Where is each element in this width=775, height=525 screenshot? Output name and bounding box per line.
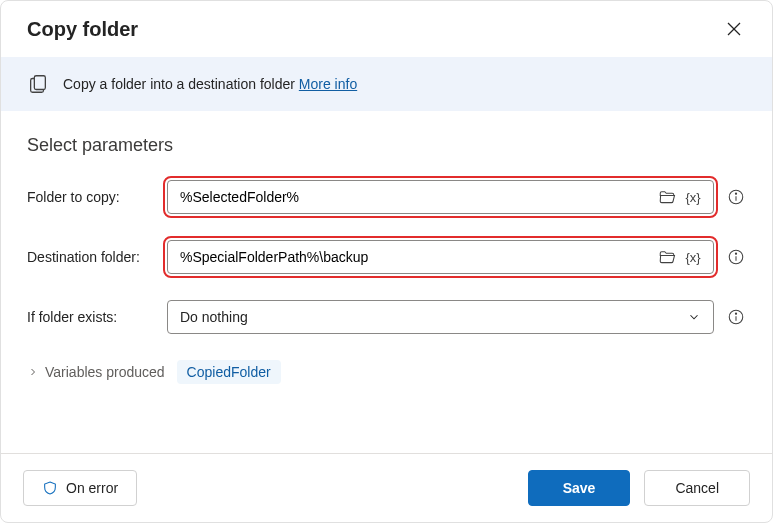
insert-variable-icon[interactable]: {x} [683, 247, 703, 267]
destination-folder-input[interactable] [178, 248, 651, 266]
variables-produced-toggle[interactable]: Variables produced [27, 364, 165, 380]
save-label: Save [563, 480, 596, 496]
on-error-button[interactable]: On error [23, 470, 137, 506]
info-icon[interactable] [726, 307, 746, 327]
svg-point-8 [735, 253, 736, 254]
banner-text-wrap: Copy a folder into a destination folder … [63, 76, 357, 92]
browse-folder-icon[interactable] [657, 247, 677, 267]
dialog-content: Select parameters Folder to copy: {x} [1, 111, 772, 453]
svg-point-11 [735, 313, 736, 314]
cancel-label: Cancel [675, 480, 719, 496]
dialog-title: Copy folder [27, 18, 138, 41]
more-info-link[interactable]: More info [299, 76, 357, 92]
param-row-if-exists: If folder exists: Do nothing [27, 300, 746, 334]
info-icon[interactable] [726, 247, 746, 267]
svg-rect-2 [34, 76, 45, 90]
variables-produced-row: Variables produced CopiedFolder [27, 360, 746, 384]
folder-to-copy-label: Folder to copy: [27, 189, 167, 205]
banner-text: Copy a folder into a destination folder [63, 76, 295, 92]
param-row-folder-to-copy: Folder to copy: {x} [27, 180, 746, 214]
section-title: Select parameters [27, 135, 746, 156]
if-exists-label: If folder exists: [27, 309, 167, 325]
info-icon[interactable] [726, 187, 746, 207]
on-error-label: On error [66, 480, 118, 496]
destination-folder-label: Destination folder: [27, 249, 167, 265]
info-banner: Copy a folder into a destination folder … [1, 57, 772, 111]
folder-to-copy-input[interactable] [178, 188, 651, 206]
dialog-footer: On error Save Cancel [1, 453, 772, 522]
save-button[interactable]: Save [528, 470, 631, 506]
svg-point-5 [735, 193, 736, 194]
cancel-button[interactable]: Cancel [644, 470, 750, 506]
chevron-down-icon [687, 310, 701, 324]
if-exists-value: Do nothing [180, 309, 248, 325]
copy-folder-icon [27, 73, 49, 95]
copy-folder-dialog: Copy folder Copy a folder into a destina… [0, 0, 773, 523]
variable-chip-copied-folder[interactable]: CopiedFolder [177, 360, 281, 384]
insert-variable-icon[interactable]: {x} [683, 187, 703, 207]
variables-produced-label: Variables produced [45, 364, 165, 380]
shield-icon [42, 480, 58, 496]
destination-folder-field[interactable]: {x} [167, 240, 714, 274]
chevron-right-icon [27, 366, 39, 378]
browse-folder-icon[interactable] [657, 187, 677, 207]
close-icon [726, 21, 742, 37]
close-button[interactable] [722, 17, 746, 41]
param-row-destination-folder: Destination folder: {x} [27, 240, 746, 274]
dialog-header: Copy folder [1, 1, 772, 57]
if-exists-select[interactable]: Do nothing [167, 300, 714, 334]
folder-to-copy-field[interactable]: {x} [167, 180, 714, 214]
